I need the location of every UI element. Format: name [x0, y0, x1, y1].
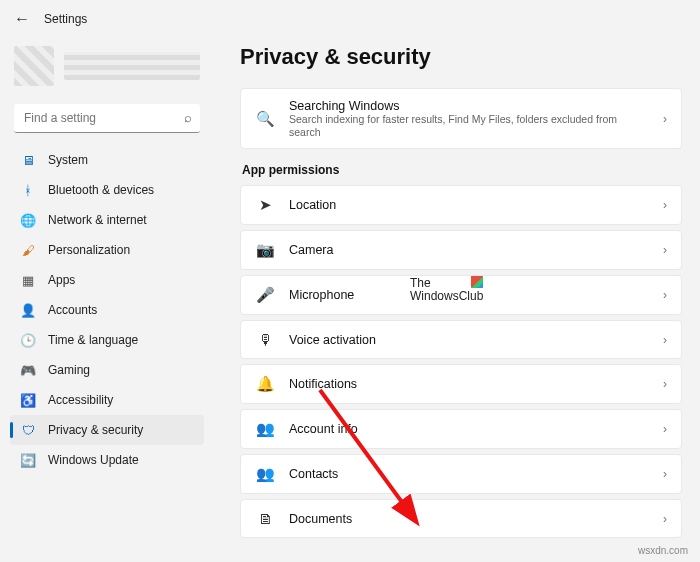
nav-icon: 🖌: [20, 242, 36, 258]
nav-list: 🖥SystemᚼBluetooth & devices🌐Network & in…: [10, 145, 204, 475]
nav-label: Accounts: [48, 303, 97, 317]
perm-icon: 👥: [255, 420, 275, 438]
chevron-right-icon: ›: [663, 467, 667, 481]
chevron-right-icon: ›: [663, 512, 667, 526]
nav-icon: 🎮: [20, 362, 36, 378]
card-subtitle: Search indexing for faster results, Find…: [289, 113, 649, 138]
sidebar-item-accounts[interactable]: 👤Accounts: [10, 295, 204, 325]
nav-label: Bluetooth & devices: [48, 183, 154, 197]
main-content: Privacy & security 🔍 Searching Windows S…: [210, 38, 700, 562]
sidebar-item-personalization[interactable]: 🖌Personalization: [10, 235, 204, 265]
search-box[interactable]: ⌕: [14, 104, 200, 133]
header: ← Settings: [0, 0, 700, 38]
perm-icon: 👥: [255, 465, 275, 483]
sidebar-item-network-internet[interactable]: 🌐Network & internet: [10, 205, 204, 235]
nav-label: Gaming: [48, 363, 90, 377]
profile-block[interactable]: [10, 38, 204, 90]
perm-label: Voice activation: [289, 333, 649, 347]
chevron-right-icon: ›: [663, 198, 667, 212]
perm-icon: 🗎: [255, 510, 275, 527]
sidebar-item-gaming[interactable]: 🎮Gaming: [10, 355, 204, 385]
nav-label: Accessibility: [48, 393, 113, 407]
app-title: Settings: [44, 12, 87, 26]
sidebar-item-system[interactable]: 🖥System: [10, 145, 204, 175]
nav-icon: ᚼ: [20, 182, 36, 198]
perm-label: Contacts: [289, 467, 649, 481]
nav-label: Network & internet: [48, 213, 147, 227]
perm-label: Camera: [289, 243, 649, 257]
permission-row-location[interactable]: ➤Location›: [240, 185, 682, 225]
nav-label: Time & language: [48, 333, 138, 347]
chevron-right-icon: ›: [663, 112, 667, 126]
nav-label: Personalization: [48, 243, 130, 257]
nav-icon: ▦: [20, 272, 36, 288]
perm-label: Documents: [289, 512, 649, 526]
nav-icon: 👤: [20, 302, 36, 318]
permission-row-camera[interactable]: 📷Camera›: [240, 230, 682, 270]
nav-icon: 🔄: [20, 452, 36, 468]
nav-label: System: [48, 153, 88, 167]
perm-icon: 🎙: [255, 331, 275, 348]
back-button[interactable]: ←: [14, 10, 30, 28]
search-icon: ⌕: [184, 110, 192, 125]
sidebar-item-bluetooth-devices[interactable]: ᚼBluetooth & devices: [10, 175, 204, 205]
permission-row-contacts[interactable]: 👥Contacts›: [240, 454, 682, 494]
permission-row-voice-activation[interactable]: 🎙Voice activation›: [240, 320, 682, 359]
nav-label: Windows Update: [48, 453, 139, 467]
searching-windows-row[interactable]: 🔍 Searching Windows Search indexing for …: [240, 88, 682, 149]
sidebar-item-apps[interactable]: ▦Apps: [10, 265, 204, 295]
card-title: Searching Windows: [289, 99, 649, 113]
nav-icon: 🌐: [20, 212, 36, 228]
permission-row-notifications[interactable]: 🔔Notifications›: [240, 364, 682, 404]
chevron-right-icon: ›: [663, 333, 667, 347]
profile-name-blurred: [64, 52, 200, 80]
nav-icon: ♿: [20, 392, 36, 408]
permissions-list: ➤Location›📷Camera›🎤Microphone›🎙Voice act…: [240, 185, 682, 538]
sidebar-item-windows-update[interactable]: 🔄Windows Update: [10, 445, 204, 475]
sidebar-item-privacy-security[interactable]: 🛡Privacy & security: [10, 415, 204, 445]
permission-row-account-info[interactable]: 👥Account info›: [240, 409, 682, 449]
chevron-right-icon: ›: [663, 288, 667, 302]
search-windows-icon: 🔍: [255, 110, 275, 128]
sidebar-item-accessibility[interactable]: ♿Accessibility: [10, 385, 204, 415]
nav-icon: 🕒: [20, 332, 36, 348]
perm-label: Microphone: [289, 288, 649, 302]
nav-icon: 🖥: [20, 152, 36, 168]
perm-label: Account info: [289, 422, 649, 436]
search-input[interactable]: [14, 104, 200, 133]
chevron-right-icon: ›: [663, 377, 667, 391]
nav-label: Privacy & security: [48, 423, 143, 437]
permission-row-documents[interactable]: 🗎Documents›: [240, 499, 682, 538]
perm-label: Location: [289, 198, 649, 212]
nav-label: Apps: [48, 273, 75, 287]
permission-row-microphone[interactable]: 🎤Microphone›: [240, 275, 682, 315]
sidebar: ⌕ 🖥SystemᚼBluetooth & devices🌐Network & …: [0, 38, 210, 562]
perm-icon: 🎤: [255, 286, 275, 304]
page-title: Privacy & security: [240, 44, 682, 70]
perm-label: Notifications: [289, 377, 649, 391]
avatar: [14, 46, 54, 86]
perm-icon: 🔔: [255, 375, 275, 393]
nav-icon: 🛡: [20, 422, 36, 438]
chevron-right-icon: ›: [663, 422, 667, 436]
chevron-right-icon: ›: [663, 243, 667, 257]
perm-icon: 📷: [255, 241, 275, 259]
perm-icon: ➤: [255, 196, 275, 214]
section-label: App permissions: [242, 163, 682, 177]
sidebar-item-time-language[interactable]: 🕒Time & language: [10, 325, 204, 355]
